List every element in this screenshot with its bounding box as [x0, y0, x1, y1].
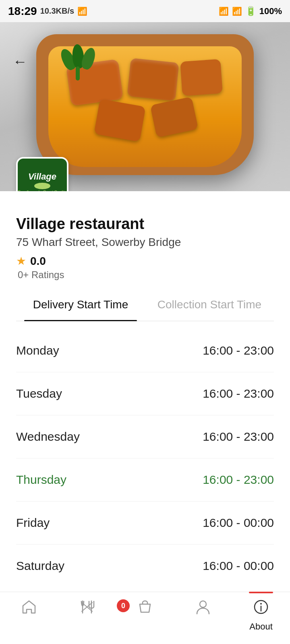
hero-image: Village Excellence In Great Quality ←: [0, 22, 290, 191]
schedule-row-monday: Monday 16:00 - 23:00: [16, 329, 274, 372]
day-monday: Monday: [16, 344, 59, 357]
battery-percent: 100%: [259, 6, 282, 17]
rating-value: 0.0: [30, 255, 46, 268]
info-section: Village restaurant 75 Wharf Street, Sowe…: [0, 191, 290, 329]
nav-restaurants[interactable]: [58, 599, 116, 619]
utensils-icon: [79, 599, 95, 619]
nav-account[interactable]: [174, 599, 232, 619]
curry-piece-3: [180, 59, 223, 96]
ratings-label: 0+ Ratings: [18, 269, 274, 281]
restaurant-logo: Village Excellence In Great Quality: [16, 157, 68, 191]
nav-home[interactable]: [0, 599, 58, 619]
star-icon: ★: [16, 254, 26, 268]
schedule-row-wednesday: Wednesday 16:00 - 23:00: [16, 415, 274, 458]
hours-wednesday: 16:00 - 23:00: [203, 430, 274, 444]
hours-thursday: 16:00 - 23:00: [203, 473, 274, 487]
battery-icon: 🔋: [245, 6, 256, 17]
hours-tuesday: 16:00 - 23:00: [203, 387, 274, 400]
bottom-nav: 0 About: [0, 592, 290, 644]
tab-collection[interactable]: Collection Start Time: [145, 289, 274, 321]
logo-village-text: Village: [28, 171, 56, 182]
day-friday: Friday: [16, 516, 50, 530]
person-icon: [195, 599, 211, 619]
day-thursday: Thursday: [16, 473, 66, 487]
status-right: 📶 📶 🔋 100%: [219, 6, 282, 17]
status-icons: 📶: [77, 6, 87, 16]
signal-icon: 📶: [219, 6, 229, 16]
day-wednesday: Wednesday: [16, 430, 80, 444]
schedule-tabs: Delivery Start Time Collection Start Tim…: [16, 289, 274, 321]
schedule-row-friday: Friday 16:00 - 00:00: [16, 502, 274, 545]
back-arrow-icon: ←: [13, 53, 27, 70]
restaurant-address: 75 Wharf Street, Sowerby Bridge: [16, 236, 274, 249]
svg-point-4: [200, 601, 206, 607]
cart-badge: 0: [117, 599, 130, 612]
day-saturday: Saturday: [16, 559, 64, 573]
tab-collection-label: Collection Start Time: [157, 298, 261, 311]
curry-piece-2: [127, 58, 179, 101]
rating-row: ★ 0.0: [16, 254, 274, 268]
bag-icon: [137, 599, 153, 619]
back-button[interactable]: ←: [8, 50, 32, 74]
nav-about[interactable]: About: [232, 599, 290, 632]
day-tuesday: Tuesday: [16, 387, 62, 400]
wifi-icon: 📶: [232, 6, 242, 16]
nav-cart[interactable]: 0: [116, 599, 174, 619]
tab-delivery[interactable]: Delivery Start Time: [16, 289, 145, 321]
restaurant-name: Village restaurant: [16, 215, 274, 233]
tab-delivery-label: Delivery Start Time: [33, 298, 128, 311]
logo-leaf: [34, 183, 50, 189]
info-icon: [253, 599, 269, 619]
logo-sub-text: Excellence In Great Quality: [18, 190, 66, 191]
schedule-row-tuesday: Tuesday 16:00 - 23:00: [16, 372, 274, 415]
garnish: [60, 44, 97, 80]
schedule-row-thursday: Thursday 16:00 - 23:00: [16, 458, 274, 502]
status-bar: 18:29 10.3KB/s 📶 📶 📶 🔋 100%: [0, 0, 290, 22]
status-time: 18:29: [8, 5, 37, 18]
hours-saturday: 16:00 - 00:00: [203, 559, 274, 573]
nav-about-label: About: [249, 621, 273, 632]
schedule-row-saturday: Saturday 16:00 - 00:00: [16, 545, 274, 587]
home-icon: [21, 599, 37, 619]
schedule-section: Monday 16:00 - 23:00 Tuesday 16:00 - 23:…: [0, 329, 290, 587]
status-left: 18:29 10.3KB/s 📶: [8, 5, 87, 18]
status-speed: 10.3KB/s: [40, 6, 75, 16]
svg-point-6: [260, 603, 262, 605]
hours-friday: 16:00 - 00:00: [203, 516, 274, 530]
hours-monday: 16:00 - 23:00: [203, 344, 274, 357]
